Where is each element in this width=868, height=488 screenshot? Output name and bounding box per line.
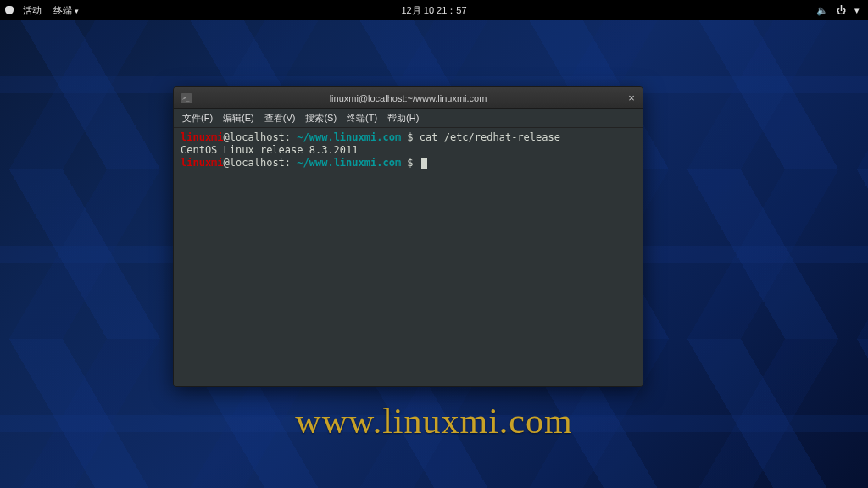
system-menu-caret-icon[interactable]: ▾ bbox=[854, 5, 860, 16]
window-title: linuxmi@localhost:~/www.linuxmi.com bbox=[330, 93, 487, 103]
terminal-app-icon bbox=[181, 93, 192, 103]
close-button[interactable]: × bbox=[620, 92, 643, 104]
menu-terminal[interactable]: 终端(T) bbox=[343, 112, 381, 125]
menu-file[interactable]: 文件(F) bbox=[179, 112, 216, 125]
terminal-output[interactable]: linuxmi@localhost: ~/www.linuxmi.com $ c… bbox=[174, 128, 643, 386]
watermark-text: www.linuxmi.com bbox=[295, 401, 572, 441]
menu-help[interactable]: 帮助(H) bbox=[384, 112, 422, 125]
gnome-logo-icon bbox=[5, 6, 14, 14]
volume-icon[interactable]: 🔈 bbox=[816, 5, 828, 16]
terminal-window: linuxmi@localhost:~/www.linuxmi.com × 文件… bbox=[173, 86, 643, 387]
gnome-topbar: 活动 终端 12月 10 21：57 🔈 ⏻ ▾ bbox=[0, 0, 868, 20]
terminal-menubar: 文件(F) 编辑(E) 查看(V) 搜索(S) 终端(T) 帮助(H) bbox=[174, 109, 643, 128]
window-titlebar[interactable]: linuxmi@localhost:~/www.linuxmi.com × bbox=[174, 87, 643, 109]
menu-edit[interactable]: 编辑(E) bbox=[220, 112, 258, 125]
menu-view[interactable]: 查看(V) bbox=[261, 112, 299, 125]
app-menu-button[interactable]: 终端 bbox=[48, 4, 84, 17]
menu-search[interactable]: 搜索(S) bbox=[302, 112, 340, 125]
activities-button[interactable]: 活动 bbox=[18, 4, 47, 17]
clock-label[interactable]: 12月 10 21：57 bbox=[396, 5, 471, 15]
power-icon[interactable]: ⏻ bbox=[837, 5, 846, 15]
